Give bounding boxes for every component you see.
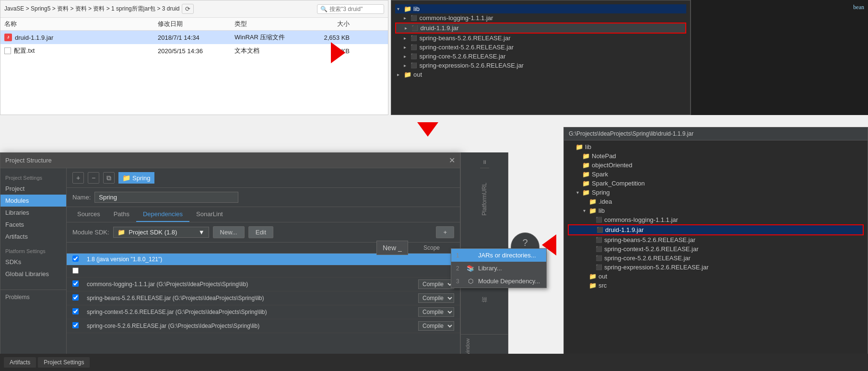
sidebar-item-project[interactable]: Project bbox=[0, 183, 66, 195]
tree-label: out bbox=[413, 71, 422, 78]
sdk-select[interactable]: 📁 Project SDK (1.8) ▼ bbox=[113, 227, 209, 238]
ide-tree-item[interactable]: ▸ 📁 out bbox=[395, 70, 686, 79]
right-tree-item[interactable]: ⬛ spring-core-5.2.6.RELEASE.jar bbox=[568, 254, 864, 263]
tab-sources[interactable]: Sources bbox=[70, 207, 107, 222]
sidebar-item-artifacts[interactable]: Artifacts bbox=[0, 231, 66, 243]
right-tree-item[interactable]: 📁 out bbox=[568, 272, 864, 281]
ide-tree-item[interactable]: ▸ ⬛ spring-core-5.2.6.RELEASE.jar bbox=[395, 52, 686, 61]
module-item-spring[interactable]: 📁 Spring bbox=[118, 172, 154, 184]
tree-arrow: ▸ bbox=[397, 72, 404, 77]
new-label[interactable]: New _ bbox=[376, 241, 408, 255]
right-tree-item[interactable]: ⬛ commons-logging-1.1.1.jar bbox=[568, 215, 864, 224]
refresh-button[interactable]: ⟳ bbox=[182, 4, 194, 14]
name-col-header bbox=[87, 244, 392, 251]
right-tree-item[interactable]: ▾ 📁 lib bbox=[568, 206, 864, 215]
remove-module-button[interactable]: − bbox=[88, 172, 99, 184]
dep-row[interactable] bbox=[67, 266, 460, 278]
right-tree: 📁 lib 📁 NotePad 📁 objectOriented 📁 Spark… bbox=[564, 140, 868, 369]
module-name-input[interactable] bbox=[94, 192, 238, 203]
file-type: 文本文档 bbox=[235, 46, 311, 55]
file-list: J druid-1.1.9.jar 2018/7/1 14:34 WinRAR … bbox=[0, 31, 388, 58]
sidebar-item-sdks[interactable]: SDKs bbox=[0, 256, 66, 268]
dep-checkbox[interactable] bbox=[72, 255, 79, 262]
copy-module-button[interactable]: ⧉ bbox=[103, 172, 115, 184]
dep-scope-select[interactable]: Compile bbox=[418, 293, 454, 303]
ide-tree-item[interactable]: ▾ 📁 lib bbox=[395, 4, 686, 13]
right-panel-title: G:\Projects\IdeaProjects\Spring\lib\drui… bbox=[564, 128, 868, 140]
tree-arrow: ▸ bbox=[404, 35, 411, 41]
col-name-header[interactable]: 名称 bbox=[4, 20, 158, 28]
right-tree-item[interactable]: 📁 Spark bbox=[568, 170, 864, 179]
tree-arrow: ▸ bbox=[404, 45, 411, 50]
ctx-label-3: Module Dependency... bbox=[478, 278, 540, 285]
right-tree-item[interactable]: ⬛ spring-context-5.2.6.RELEASE.jar bbox=[568, 244, 864, 254]
ide-tree-item[interactable]: ▸ ⬛ spring-context-5.2.6.RELEASE.jar bbox=[395, 43, 686, 52]
new-sdk-button[interactable]: New... bbox=[213, 226, 245, 238]
dep-row[interactable]: spring-beans-5.2.6.RELEASE.jar (G:\Proje… bbox=[67, 291, 460, 305]
taskbar-artifacts[interactable]: Artifacts bbox=[4, 357, 36, 368]
right-tree-item[interactable]: 📁 src bbox=[568, 281, 864, 290]
dep-row[interactable]: spring-core-5.2.6.RELEASE.jar (G:\Projec… bbox=[67, 319, 460, 333]
ctx-item-library[interactable]: 2 📚 Library... bbox=[451, 262, 546, 275]
ctx-item-module-dep[interactable]: 3 ⬡ Module Dependency... bbox=[451, 275, 546, 288]
ctx-label-2: Library... bbox=[478, 265, 502, 272]
sidebar-item-global-libraries[interactable]: Global Libraries bbox=[0, 268, 66, 280]
tab-sonarlint[interactable]: SonarLint bbox=[189, 207, 230, 222]
ide-tree-item[interactable]: ▸ ⬛ commons-logging-1.1.1.jar bbox=[395, 13, 686, 23]
ide-tree-item[interactable]: ▸ ⬛ spring-expression-5.2.6.RELEASE.jar bbox=[395, 61, 686, 70]
sidebar-item-facets[interactable]: Facets bbox=[0, 219, 66, 231]
file-row[interactable]: J druid-1.1.9.jar 2018/7/1 14:34 WinRAR … bbox=[0, 31, 388, 44]
export-col-header bbox=[72, 244, 87, 251]
dialog-title: Project Structure bbox=[5, 157, 52, 164]
right-tree-item[interactable]: 📁 NotePad bbox=[568, 151, 864, 161]
right-tree-label: NotePad bbox=[592, 152, 616, 160]
right-tree-item[interactable]: 📁 objectOriented bbox=[568, 161, 864, 170]
dep-row[interactable]: 1.8 (java version "1.8.0_121") bbox=[67, 254, 460, 266]
sidebar-item-modules[interactable]: Modules bbox=[0, 195, 66, 207]
col-date-header[interactable]: 修改日期 bbox=[158, 20, 235, 28]
right-tree-item[interactable]: 📁 lib bbox=[568, 142, 864, 151]
dep-checkbox[interactable] bbox=[72, 308, 79, 314]
right-tree-item[interactable]: 📁 Spark_Competition bbox=[568, 179, 864, 188]
sidebar-item-libraries[interactable]: Libraries bbox=[0, 207, 66, 219]
col-size-header[interactable]: 大小 bbox=[311, 20, 350, 28]
platform-settings-title: Platform Settings bbox=[0, 243, 66, 256]
dep-checkbox[interactable] bbox=[72, 294, 79, 301]
add-dep-button[interactable]: + bbox=[436, 226, 454, 238]
right-tree-item[interactable]: ⬛ spring-beans-5.2.6.RELEASE.jar bbox=[568, 235, 864, 244]
dep-scope-select[interactable]: Compile bbox=[418, 279, 454, 289]
dep-checkbox[interactable] bbox=[72, 267, 79, 274]
ctx-item-jars[interactable]: 1 JARs or directories... bbox=[451, 249, 546, 262]
right-tree-item[interactable]: ⬛ druid-1.1.9.jar bbox=[568, 224, 864, 235]
search-input[interactable] bbox=[329, 6, 382, 12]
dep-scope-select[interactable]: Compile bbox=[418, 321, 454, 331]
dep-checkbox[interactable] bbox=[72, 280, 79, 287]
edit-sdk-button[interactable]: Edit bbox=[248, 226, 273, 238]
ctx-icon-2: 📚 bbox=[467, 265, 474, 272]
pause-btn[interactable]: ⏸ bbox=[480, 156, 489, 168]
close-button[interactable]: ✕ bbox=[449, 156, 455, 165]
add-module-button[interactable]: + bbox=[72, 172, 84, 184]
sdk-folder-icon: 📁 bbox=[117, 229, 125, 236]
problems-item[interactable]: Problems bbox=[0, 290, 66, 304]
dep-checkbox[interactable] bbox=[72, 322, 79, 328]
right-tree-item[interactable]: ▾ 📁 Spring bbox=[568, 188, 864, 197]
dep-scope: Compile bbox=[406, 279, 454, 289]
search-box[interactable]: 🔍 bbox=[317, 4, 384, 14]
right-tree-item[interactable]: ⬛ spring-expression-5.2.6.RELEASE.jar bbox=[568, 263, 864, 272]
right-tree-label: lib bbox=[585, 143, 591, 151]
dep-scope-select[interactable]: Compile bbox=[418, 307, 454, 317]
right-tree-item[interactable]: 📁 .idea bbox=[568, 197, 864, 206]
col-type-header[interactable]: 类型 bbox=[235, 20, 311, 28]
file-row[interactable]: 配置.txt 2020/5/15 14:36 文本文档 1 KB bbox=[0, 44, 388, 58]
ide-tree-item[interactable]: ▸ ⬛ druid-1.1.9.jar bbox=[395, 23, 686, 34]
ide-tree-item[interactable]: ▸ ⬛ spring-beans-5.2.6.RELEASE.jar bbox=[395, 34, 686, 43]
file-explorer-toolbar: JavaSE > Spring5 > 资料 > 资料 > 资料 > 1 spri… bbox=[0, 0, 388, 18]
dep-row[interactable]: commons-logging-1.1.1.jar (G:\Projects\I… bbox=[67, 278, 460, 291]
tab-dependencies[interactable]: Dependencies bbox=[136, 207, 189, 222]
taskbar-project-settings[interactable]: Project Settings bbox=[38, 357, 90, 368]
dep-row[interactable]: spring-context-5.2.6.RELEASE.jar (G:\Pro… bbox=[67, 305, 460, 319]
tab-paths[interactable]: Paths bbox=[107, 207, 136, 222]
dep-scope: Compile bbox=[406, 307, 454, 317]
right-tree-label: Spark bbox=[592, 171, 608, 178]
